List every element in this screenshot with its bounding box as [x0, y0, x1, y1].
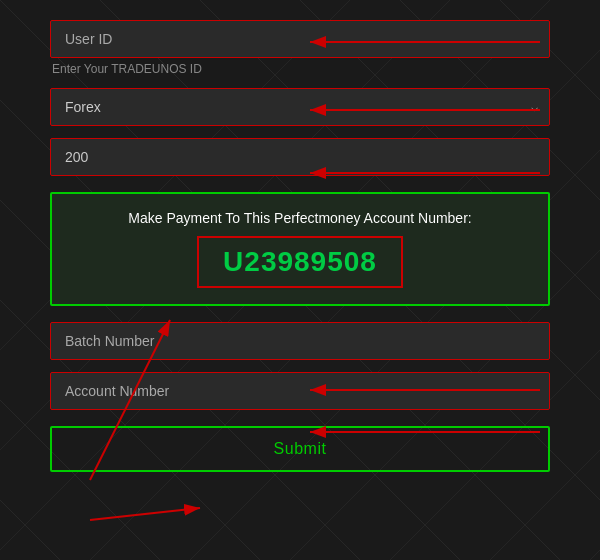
- batch-number-group: [50, 322, 550, 360]
- account-number: U23989508: [223, 246, 377, 277]
- user-id-input[interactable]: [50, 20, 550, 58]
- batch-number-input[interactable]: [50, 322, 550, 360]
- account-number-box: U23989508: [197, 236, 403, 288]
- payment-label: Make Payment To This Perfectmoney Accoun…: [68, 210, 532, 226]
- payment-box: Make Payment To This Perfectmoney Accoun…: [50, 192, 550, 306]
- account-number-group: [50, 372, 550, 410]
- amount-group: [50, 138, 550, 176]
- helper-text: Enter Your TRADEUNOS ID: [50, 62, 550, 76]
- user-id-group: Enter Your TRADEUNOS ID: [50, 20, 550, 76]
- svg-line-10: [0, 500, 100, 560]
- svg-line-19: [550, 550, 600, 560]
- forex-dropdown-group: Forex Crypto Stocks ⌵: [50, 88, 550, 126]
- forex-select[interactable]: Forex Crypto Stocks: [50, 88, 550, 126]
- amount-input[interactable]: [50, 138, 550, 176]
- account-number-input[interactable]: [50, 372, 550, 410]
- submit-button[interactable]: Submit: [50, 426, 550, 472]
